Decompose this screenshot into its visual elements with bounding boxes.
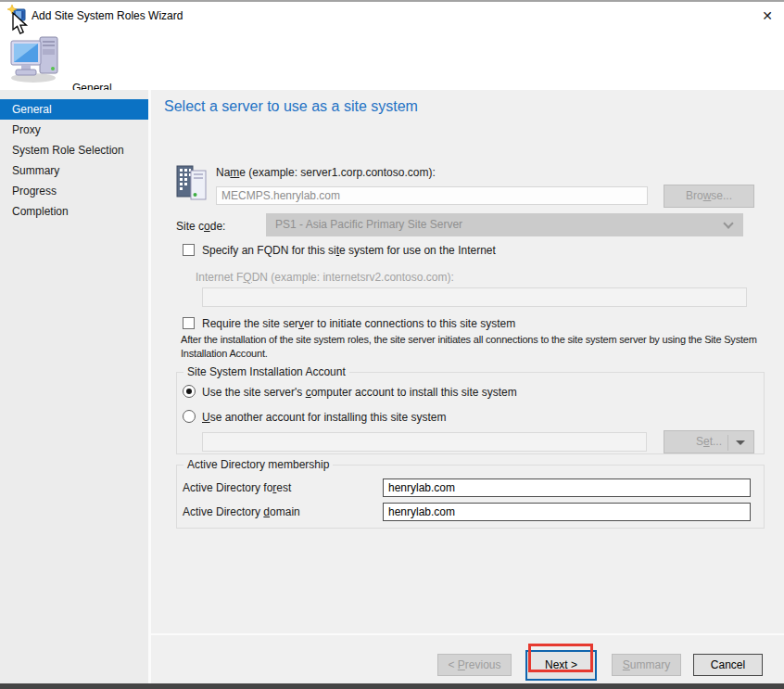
internet-fqdn-input bbox=[202, 287, 747, 307]
caret-down-icon bbox=[736, 440, 745, 445]
summary-button: Summary bbox=[612, 654, 681, 676]
server-icon bbox=[174, 161, 211, 204]
require-connection-checkbox[interactable] bbox=[183, 317, 195, 329]
installation-note: After the installation of the site syste… bbox=[181, 333, 757, 361]
computer-account-radio[interactable] bbox=[183, 385, 196, 398]
name-label: Name (example: server1.corp.contoso.com)… bbox=[216, 166, 436, 180]
close-button[interactable]: ✕ bbox=[754, 6, 780, 26]
footer-divider bbox=[151, 633, 784, 635]
sidebar-item-proxy[interactable]: Proxy bbox=[0, 120, 148, 140]
sidebar-item-completion[interactable]: Completion bbox=[0, 201, 148, 222]
chevron-down-icon bbox=[723, 218, 733, 228]
site-code-dropdown: PS1 - Asia Pacific Primary Site Server bbox=[266, 213, 743, 236]
computer-icon bbox=[9, 33, 61, 83]
fqdn-checkbox[interactable] bbox=[183, 244, 195, 256]
close-icon: ✕ bbox=[762, 8, 773, 23]
internet-fqdn-label: Internet FQDN (example: internetsrv2.con… bbox=[196, 271, 454, 285]
other-account-radio-label: Use another account for installing this … bbox=[202, 411, 446, 425]
wizard-nav-list: General Proxy System Role Selection Summ… bbox=[0, 99, 148, 222]
set-button-label: Set... bbox=[696, 435, 722, 448]
ad-membership-group-title: Active Directory membership bbox=[183, 458, 333, 471]
sidebar-divider bbox=[148, 90, 151, 683]
sidebar-item-system-role-selection[interactable]: System Role Selection bbox=[0, 140, 148, 160]
cancel-button[interactable]: Cancel bbox=[693, 654, 763, 676]
site-code-label: Site code: bbox=[176, 220, 225, 234]
account-input bbox=[202, 432, 647, 452]
previous-button: < Previous bbox=[437, 654, 512, 676]
ad-domain-label: Active Directory domain bbox=[183, 505, 300, 519]
set-button: Set... bbox=[664, 430, 754, 453]
title-bar: Add Site System Roles Wizard ✕ bbox=[0, 2, 784, 28]
name-input bbox=[216, 186, 648, 205]
sidebar-item-progress[interactable]: Progress bbox=[0, 181, 148, 201]
require-connection-label: Require the site server to initiate conn… bbox=[202, 317, 515, 331]
set-button-separator bbox=[727, 435, 728, 451]
window-bottom-border bbox=[0, 683, 784, 689]
installation-account-group-title: Site System Installation Account bbox=[183, 365, 349, 378]
installation-note-line1: After the installation of the site syste… bbox=[181, 333, 757, 347]
ad-forest-input[interactable] bbox=[383, 478, 751, 497]
sidebar-item-summary[interactable]: Summary bbox=[0, 160, 148, 181]
computer-account-radio-label: Use the site server's computer account t… bbox=[202, 386, 517, 400]
next-button[interactable]: Next > bbox=[525, 650, 597, 681]
fqdn-checkbox-label: Specify an FQDN for this site system for… bbox=[202, 244, 496, 258]
browse-button: Browse... bbox=[664, 185, 754, 208]
page-title: Select a server to use as a site system bbox=[164, 98, 418, 115]
ad-forest-label: Active Directory forest bbox=[183, 481, 291, 495]
sidebar-item-general[interactable]: General bbox=[0, 99, 148, 120]
wizard-header: General bbox=[0, 28, 784, 90]
site-code-value: PS1 - Asia Pacific Primary Site Server bbox=[275, 218, 462, 231]
ad-domain-input[interactable] bbox=[383, 503, 751, 521]
installation-note-line2: Installation Account. bbox=[181, 347, 757, 361]
window-title: Add Site System Roles Wizard bbox=[32, 9, 183, 22]
other-account-radio[interactable] bbox=[183, 410, 196, 423]
mouse-cursor bbox=[12, 12, 31, 36]
